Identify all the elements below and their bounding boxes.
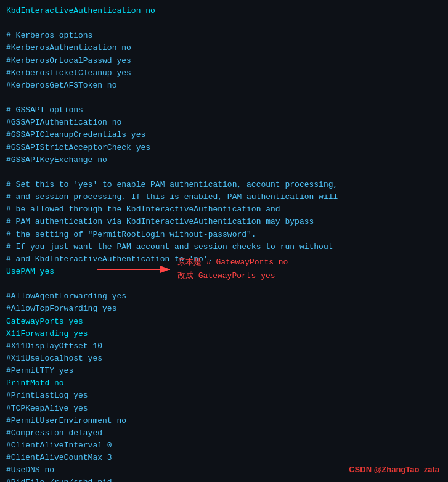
arrow-annotation <box>97 260 177 279</box>
code-content: KbdInteractiveAuthentication no # Kerber… <box>0 0 448 482</box>
annotation-line2: 改成 GatewayPorts yes <box>177 271 275 280</box>
annotation-text: 原本是 # GatewayPorts no 改成 GatewayPorts ye… <box>177 256 288 283</box>
watermark: CSDN @ZhangTao_zata <box>349 464 439 476</box>
annotation-line1: 原本是 # GatewayPorts no <box>177 258 288 267</box>
